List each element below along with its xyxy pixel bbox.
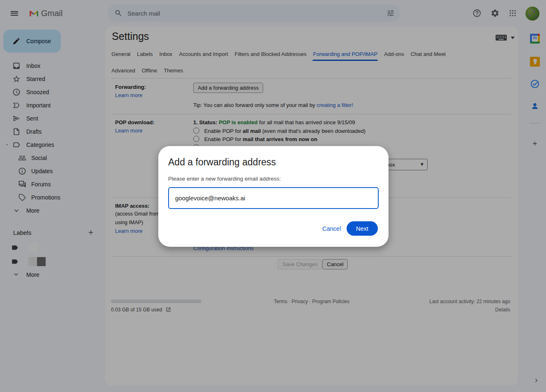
dialog-prompt: Please enter a new forwarding email addr… [168, 176, 281, 182]
forwarding-email-input[interactable] [168, 187, 379, 209]
dialog-cancel-button[interactable]: Cancel [320, 225, 343, 232]
add-forwarding-address-dialog: Add a forwarding address Please enter a … [158, 146, 389, 247]
dialog-next-button[interactable]: Next [347, 221, 378, 236]
dialog-title: Add a forwarding address [168, 157, 276, 168]
